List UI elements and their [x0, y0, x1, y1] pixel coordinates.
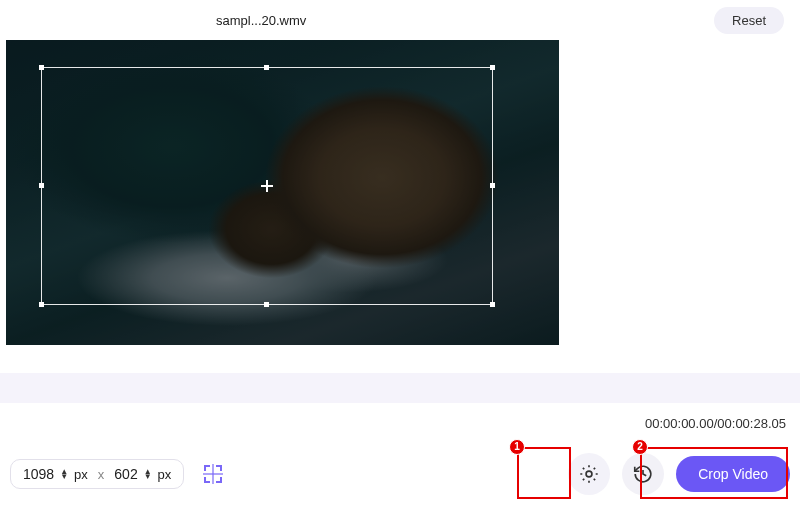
timeline-strip — [0, 373, 800, 403]
video-frame — [6, 40, 559, 345]
settings-button[interactable] — [568, 453, 610, 495]
time-current: 00:00:00.00 — [645, 416, 714, 431]
width-stepper[interactable]: ▲▼ — [60, 469, 68, 479]
dimension-separator: x — [98, 467, 105, 482]
time-readout: 00:00:00.00/00:00:28.05 — [645, 416, 786, 431]
svg-point-2 — [586, 471, 592, 477]
gear-icon — [578, 463, 600, 485]
video-preview[interactable] — [6, 40, 559, 345]
crop-corners-icon — [201, 462, 225, 486]
reset-button[interactable]: Reset — [714, 7, 784, 34]
right-controls: Crop Video — [568, 453, 790, 495]
dimensions-group: 1098 ▲▼ px x 602 ▲▼ px — [10, 459, 184, 489]
filename-label: sampl...20.wmv — [216, 13, 306, 28]
history-icon — [632, 463, 654, 485]
top-bar: sampl...20.wmv Reset — [0, 0, 800, 40]
width-unit: px — [74, 467, 88, 482]
time-total: 00:00:28.05 — [717, 416, 786, 431]
height-value[interactable]: 602 — [114, 466, 137, 482]
bottom-bar: 1098 ▲▼ px x 602 ▲▼ px — [0, 452, 800, 496]
width-value[interactable]: 1098 — [23, 466, 54, 482]
aspect-ratio-button[interactable] — [198, 459, 228, 489]
height-unit: px — [158, 467, 172, 482]
height-stepper[interactable]: ▲▼ — [144, 469, 152, 479]
crop-video-button[interactable]: Crop Video — [676, 456, 790, 492]
history-button[interactable] — [622, 453, 664, 495]
